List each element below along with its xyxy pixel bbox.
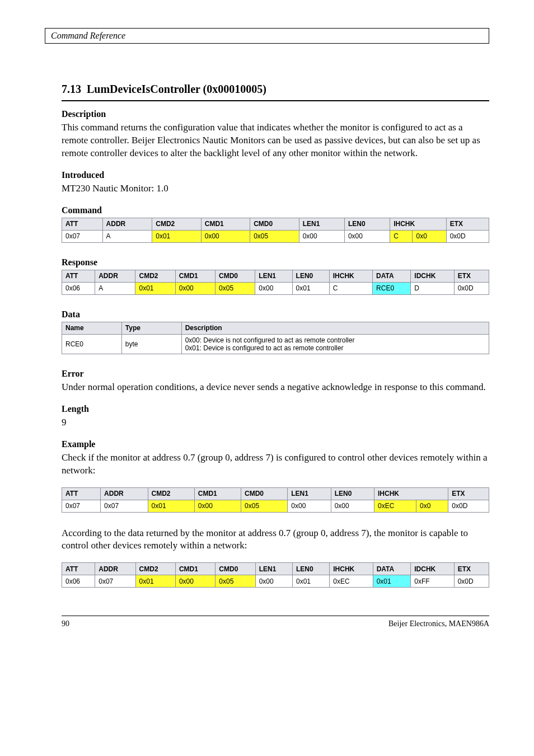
table-cell: 0x0D bbox=[448, 500, 489, 512]
th-etx: ETX bbox=[454, 563, 489, 575]
th-att: ATT bbox=[62, 218, 103, 230]
th-type: Type bbox=[121, 322, 181, 334]
th-len1: LEN1 bbox=[288, 487, 331, 500]
th-cmd0: CMD0 bbox=[216, 270, 255, 282]
table-cell: 0xFF bbox=[411, 575, 454, 588]
resp-table: ATTADDRCMD2CMD1CMD0LEN1LEN0IHCHKDATAIDCH… bbox=[62, 270, 489, 295]
cmd-table: ATTADDRCMD2CMD1CMD0LEN1LEN0IHCHKETX0x07A… bbox=[62, 218, 489, 243]
desc-label: Description bbox=[62, 109, 489, 119]
table-cell: 0x0D bbox=[446, 230, 489, 242]
table-cell: 0x05 bbox=[216, 575, 255, 588]
th-etx: ETX bbox=[454, 270, 489, 282]
table-cell: 0x00 bbox=[255, 575, 292, 588]
footer-right: Beijer Electronics, MAEN986A bbox=[388, 619, 489, 628]
section-rule bbox=[62, 100, 489, 101]
data-label: Data bbox=[62, 309, 489, 320]
th-att: ATT bbox=[62, 487, 101, 500]
th-etx: ETX bbox=[446, 218, 489, 230]
ex-table2: ATTADDRCMD2CMD1CMD0LEN1LEN0IHCHKDATAIDCH… bbox=[62, 562, 489, 588]
td-name: RCE0 bbox=[62, 334, 122, 354]
th-ihchk: IHCHK bbox=[374, 487, 448, 500]
table-cell: 0x00 bbox=[288, 500, 331, 512]
th-len1: LEN1 bbox=[255, 563, 292, 575]
th-att: ATT bbox=[62, 563, 95, 575]
table-cell: 0x01 bbox=[152, 230, 201, 242]
page-number: 90 bbox=[62, 619, 69, 628]
th-len0: LEN0 bbox=[331, 487, 374, 500]
table-cell: RCE0 bbox=[373, 282, 411, 294]
table-cell: 0x00 bbox=[344, 230, 390, 242]
table-cell: 0x00 bbox=[331, 500, 374, 512]
th-idchk: IDCHK bbox=[411, 563, 454, 575]
th-cmd2: CMD2 bbox=[135, 563, 175, 575]
table-cell: 0x0 bbox=[413, 230, 446, 242]
th-cmd2: CMD2 bbox=[152, 218, 201, 230]
table-cell: 0x0D bbox=[454, 282, 489, 294]
th-cmd0: CMD0 bbox=[250, 218, 299, 230]
table-cell: 0x0 bbox=[416, 500, 448, 512]
len-text: 9 bbox=[62, 416, 489, 429]
table-cell: 0x00 bbox=[255, 282, 292, 294]
page-footer: 90 Beijer Electronics, MAEN986A bbox=[62, 616, 489, 628]
len-label: Length bbox=[62, 404, 489, 414]
table-cell: 0x05 bbox=[216, 282, 255, 294]
table-cell: 0x06 bbox=[62, 575, 95, 588]
intro-label: Introduced bbox=[62, 170, 489, 180]
th-len0: LEN0 bbox=[292, 563, 329, 575]
resp-label: Response bbox=[62, 257, 489, 267]
table-cell: 0x01 bbox=[135, 282, 175, 294]
th-data: DATA bbox=[373, 270, 411, 282]
th-cmd0: CMD0 bbox=[216, 563, 255, 575]
section-title: 7.13 LumDeviceIsController (0x00010005) bbox=[62, 83, 489, 96]
th-cmd1: CMD1 bbox=[201, 218, 250, 230]
table-cell: 0x01 bbox=[135, 575, 175, 588]
th-addr: ADDR bbox=[95, 270, 135, 282]
th-idchk: IDCHK bbox=[411, 270, 454, 282]
th-cmd2: CMD2 bbox=[148, 487, 194, 500]
th-name: Name bbox=[62, 322, 122, 334]
table-cell: 0xEC bbox=[330, 575, 373, 588]
running-header: Command Reference bbox=[45, 28, 489, 44]
table-cell: 0x06 bbox=[62, 282, 95, 294]
table-cell: 0x00 bbox=[201, 230, 250, 242]
th-ihchk: IHCHK bbox=[329, 270, 372, 282]
th-desc: Description bbox=[181, 322, 489, 334]
th-cmd0: CMD0 bbox=[241, 487, 288, 500]
cmd-label: Command bbox=[62, 205, 489, 215]
th-cmd2: CMD2 bbox=[135, 270, 175, 282]
table-cell: 0x07 bbox=[95, 575, 135, 588]
table-cell: C bbox=[390, 230, 413, 242]
ex-text1: Check if the monitor at address 0.7 (gro… bbox=[62, 452, 489, 477]
table-cell: 0x01 bbox=[148, 500, 194, 512]
table-cell: 0x0D bbox=[454, 575, 489, 588]
th-ihchk: IHCHK bbox=[330, 563, 373, 575]
table-cell: 0x00 bbox=[175, 575, 215, 588]
table-cell: 0xEC bbox=[374, 500, 416, 512]
err-label: Error bbox=[62, 369, 489, 379]
ex-text2: According to the data returned by the mo… bbox=[62, 527, 489, 553]
th-addr: ADDR bbox=[95, 563, 135, 575]
ex-table1: ATTADDRCMD2CMD1CMD0LEN1LEN0IHCHKETX0x070… bbox=[62, 487, 489, 513]
table-cell: D bbox=[411, 282, 454, 294]
th-data: DATA bbox=[373, 563, 411, 575]
td-desc: 0x00: Device is not configured to act as… bbox=[181, 334, 489, 354]
th-addr: ADDR bbox=[101, 487, 148, 500]
intro-text: MT230 Nautic Monitor: 1.0 bbox=[62, 182, 489, 195]
desc-text: This command returns the configuration v… bbox=[62, 121, 489, 160]
td-type: byte bbox=[121, 334, 181, 354]
table-cell: C bbox=[329, 282, 372, 294]
table-cell: 0x07 bbox=[101, 500, 148, 512]
th-len1: LEN1 bbox=[299, 218, 344, 230]
th-len1: LEN1 bbox=[255, 270, 292, 282]
table-cell: 0x00 bbox=[194, 500, 241, 512]
th-att: ATT bbox=[62, 270, 95, 282]
table-cell: 0x05 bbox=[250, 230, 299, 242]
ex-label: Example bbox=[62, 439, 489, 449]
th-len0: LEN0 bbox=[344, 218, 390, 230]
table-cell: 0x07 bbox=[62, 230, 103, 242]
table-cell: 0x01 bbox=[292, 282, 329, 294]
table-cell: 0x01 bbox=[292, 575, 329, 588]
data-table: Name Type Description RCE0 byte 0x00: De… bbox=[62, 322, 489, 354]
running-header-text: Command Reference bbox=[51, 31, 125, 40]
table-cell: A bbox=[95, 282, 135, 294]
